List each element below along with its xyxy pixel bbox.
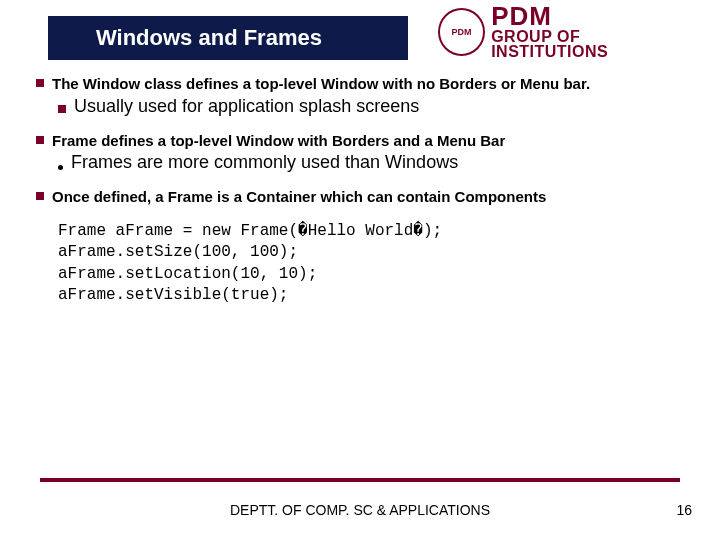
footer-text: DEPTT. OF COMP. SC & APPLICATIONS [0,502,720,518]
page-number: 16 [676,502,692,518]
footer-divider [40,478,680,482]
bullet-text: Frame defines a top-level Window with Bo… [52,131,505,151]
square-bullet-icon [36,192,44,200]
logo-seal-icon: PDM [438,8,485,56]
square-bullet-icon [36,79,44,87]
bullet-list: The Window class defines a top-level Win… [36,74,686,307]
square-bullet-icon [58,105,66,113]
list-item: Once defined, a Frame is a Container whi… [36,187,686,307]
list-item: Frame defines a top-level Window with Bo… [36,131,686,174]
slide-body: The Window class defines a top-level Win… [36,74,686,321]
slide-title: Windows and Frames [96,25,322,51]
sub-bullet-text: Frames are more commonly used than Windo… [71,152,458,173]
bullet-text: The Window class defines a top-level Win… [52,74,590,94]
title-bar: Windows and Frames [48,16,408,60]
code-block: Frame aFrame = new Frame(�Hello World�);… [58,221,686,307]
bullet-text: Once defined, a Frame is a Container whi… [52,187,546,207]
square-bullet-icon [36,136,44,144]
logo-line2: GROUP OF INSTITUTIONS [491,29,698,59]
logo-line1: PDM [491,4,698,29]
list-item: The Window class defines a top-level Win… [36,74,686,117]
logo-text: PDM GROUP OF INSTITUTIONS [491,4,698,59]
dot-bullet-icon [58,165,63,170]
institution-logo: PDM PDM GROUP OF INSTITUTIONS [438,4,698,60]
sub-bullet-text: Usually used for application splash scre… [74,96,419,117]
